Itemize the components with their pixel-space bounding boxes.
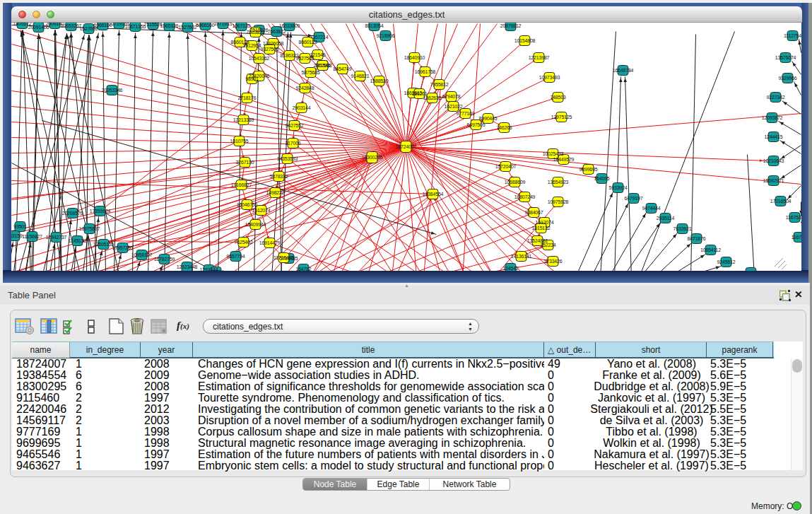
svg-text:10975928: 10975928 xyxy=(548,199,569,204)
svg-text:1071915: 1071915 xyxy=(214,23,233,26)
svg-text:1588520: 1588520 xyxy=(370,78,389,83)
svg-text:15692971: 15692971 xyxy=(763,178,784,183)
svg-text:1065326: 1065326 xyxy=(160,23,179,28)
svg-text:9657794: 9657794 xyxy=(227,254,245,259)
svg-text:9777169: 9777169 xyxy=(457,111,475,116)
svg-text:13654923: 13654923 xyxy=(548,180,569,185)
svg-text:1615132: 1615132 xyxy=(532,226,551,230)
svg-text:121546: 121546 xyxy=(310,52,325,57)
svg-text:13226058: 13226058 xyxy=(263,41,284,46)
svg-text:20876812: 20876812 xyxy=(500,23,522,28)
svg-text:14353593: 14353593 xyxy=(277,156,298,161)
svg-text:9084067: 9084067 xyxy=(525,210,543,215)
svg-text:7357214: 7357214 xyxy=(310,35,329,40)
svg-text:16782759: 16782759 xyxy=(154,257,175,262)
svg-text:7663822: 7663822 xyxy=(268,29,286,34)
svg-text:3267130: 3267130 xyxy=(236,160,254,165)
svg-text:1621022: 1621022 xyxy=(445,104,463,109)
svg-text:3912954: 3912954 xyxy=(243,43,261,48)
svg-text:1733426: 1733426 xyxy=(544,259,563,264)
svg-text:10025433: 10025433 xyxy=(543,151,564,156)
svg-text:1112754: 1112754 xyxy=(784,33,801,38)
svg-text:15720407: 15720407 xyxy=(495,164,517,169)
svg-text:7625402: 7625402 xyxy=(235,240,253,245)
svg-text:10975887: 10975887 xyxy=(79,226,100,231)
svg-text:8660123: 8660123 xyxy=(299,40,317,45)
svg-text:121546: 121546 xyxy=(314,63,330,68)
svg-text:17016504: 17016504 xyxy=(770,199,792,204)
svg-text:9899695: 9899695 xyxy=(579,167,598,172)
svg-text:164782: 164782 xyxy=(295,267,311,271)
svg-text:317006: 317006 xyxy=(285,141,300,146)
svg-text:19166827: 19166827 xyxy=(231,182,252,187)
svg-text:9327505: 9327505 xyxy=(261,47,279,52)
svg-text:10654112: 10654112 xyxy=(700,247,721,252)
svg-text:13575074: 13575074 xyxy=(775,55,796,60)
svg-text:15409944: 15409944 xyxy=(245,222,266,227)
svg-text:9245612: 9245612 xyxy=(717,259,736,264)
svg-text:164095: 164095 xyxy=(594,176,609,181)
svg-text:8990445: 8990445 xyxy=(479,116,498,121)
svg-text:22420046: 22420046 xyxy=(249,74,270,78)
svg-text:2903144: 2903144 xyxy=(293,105,311,110)
svg-text:9474444: 9474444 xyxy=(642,206,661,211)
svg-text:20206576: 20206576 xyxy=(62,211,83,216)
svg-text:11716485: 11716485 xyxy=(273,255,294,260)
svg-text:5875685: 5875685 xyxy=(302,70,320,75)
svg-text:10973493: 10973493 xyxy=(539,75,560,80)
svg-text:10154808: 10154808 xyxy=(514,38,536,43)
svg-text:1498222: 1498222 xyxy=(266,190,285,195)
svg-text:10671355: 10671355 xyxy=(125,24,146,29)
svg-text:933159: 933159 xyxy=(11,233,23,238)
svg-text:12093872: 12093872 xyxy=(762,115,783,120)
svg-text:12213389: 12213389 xyxy=(233,117,254,122)
svg-text:93501: 93501 xyxy=(13,224,27,229)
svg-text:16210643: 16210643 xyxy=(763,158,784,163)
svg-text:14136141: 14136141 xyxy=(511,254,532,259)
svg-text:5878312: 5878312 xyxy=(270,174,288,179)
svg-text:252234: 252234 xyxy=(540,243,555,247)
svg-text:9227342: 9227342 xyxy=(767,95,785,100)
svg-text:10958107: 10958107 xyxy=(131,252,153,257)
svg-text:1810755: 1810755 xyxy=(230,139,249,144)
svg-text:10688609: 10688609 xyxy=(505,180,526,185)
svg-text:16914479: 16914479 xyxy=(259,240,281,245)
svg-text:9329966: 9329966 xyxy=(779,76,797,81)
svg-text:12942737: 12942737 xyxy=(46,235,67,240)
svg-text:1145132: 1145132 xyxy=(69,238,87,243)
svg-text:1067135: 1067135 xyxy=(233,23,251,28)
svg-text:18724007: 18724007 xyxy=(396,144,417,149)
svg-text:6479197: 6479197 xyxy=(625,196,643,201)
svg-text:6966160: 6966160 xyxy=(196,23,215,28)
svg-text:2718176: 2718176 xyxy=(238,95,257,100)
svg-text:748503: 748503 xyxy=(550,95,565,100)
svg-text:1527602: 1527602 xyxy=(179,25,197,30)
svg-text:5933924: 5933924 xyxy=(609,185,628,190)
svg-text:20053346: 20053346 xyxy=(102,88,123,93)
svg-text:9242848: 9242848 xyxy=(296,86,314,90)
svg-text:12923448: 12923448 xyxy=(177,264,198,269)
svg-text:17957255: 17957255 xyxy=(112,245,134,250)
svg-text:12213987: 12213987 xyxy=(529,55,550,60)
svg-text:9427552: 9427552 xyxy=(286,123,304,128)
svg-text:12975125: 12975125 xyxy=(551,115,572,119)
svg-text:7955812: 7955812 xyxy=(430,82,449,87)
svg-text:9218906: 9218906 xyxy=(377,33,395,38)
svg-text:18300295: 18300295 xyxy=(362,155,383,160)
svg-text:16033809: 16033809 xyxy=(279,23,300,28)
svg-text:6497505: 6497505 xyxy=(467,122,486,127)
svg-text:8454749: 8454749 xyxy=(334,66,352,71)
svg-text:16961758: 16961758 xyxy=(415,69,436,74)
svg-text:1612074: 1612074 xyxy=(536,220,554,225)
svg-text:10046756: 10046756 xyxy=(237,202,258,207)
svg-text:17359924: 17359924 xyxy=(90,209,111,214)
svg-text:8813054: 8813054 xyxy=(365,23,384,28)
svg-text:746266: 746266 xyxy=(496,125,512,130)
svg-text:16648784: 16648784 xyxy=(613,68,634,73)
svg-text:9146821: 9146821 xyxy=(351,74,370,78)
svg-text:2935114: 2935114 xyxy=(657,216,675,221)
svg-text:134542: 134542 xyxy=(502,266,518,271)
svg-text:18807249: 18807249 xyxy=(514,194,536,199)
svg-text:186261: 186261 xyxy=(411,91,427,96)
svg-text:11156827: 11156827 xyxy=(22,234,42,239)
